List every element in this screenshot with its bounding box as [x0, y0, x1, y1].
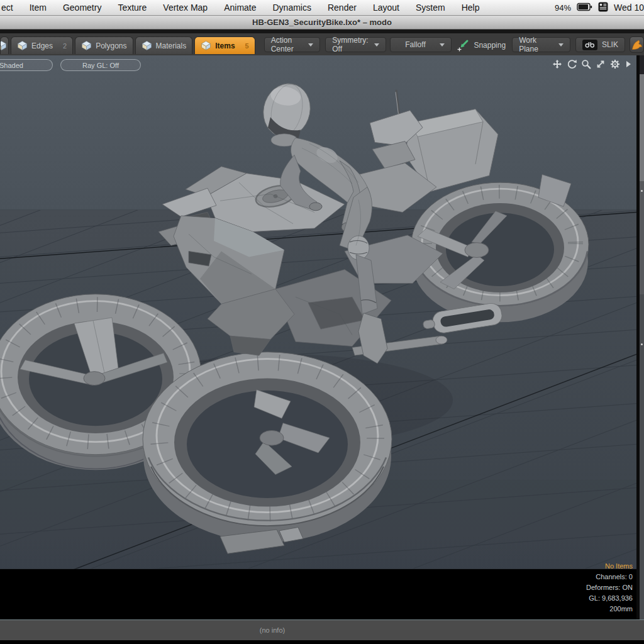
ray-gl-label: Ray GL: Off — [82, 62, 119, 69]
dropdown-arrow-icon — [558, 43, 564, 49]
zoom-icon[interactable] — [581, 59, 591, 69]
tab-cube-icon — [17, 40, 28, 51]
modo-toolbar: Edges 2 Polygons Materials Items 5 Actio… — [0, 33, 644, 55]
tab-polygons[interactable]: Polygons — [75, 36, 133, 54]
tab-badge: 5 — [245, 42, 249, 50]
hud-gl-memory: GL: 9,683,936 — [586, 593, 633, 604]
shading-mode-button[interactable]: Shaded — [0, 59, 53, 71]
fit-icon[interactable] — [596, 59, 606, 69]
shading-mode-label: Shaded — [0, 62, 23, 69]
tab-clipped[interactable] — [0, 36, 9, 54]
slik-logo-icon — [582, 40, 597, 50]
tab-cube-icon — [0, 40, 7, 51]
work-plane-label: Work Plane — [519, 36, 553, 53]
dropdown-arrow-icon — [308, 43, 313, 49]
window-title: HB-GEN3_SecurityBike.lxo* – modo — [252, 18, 392, 27]
snapping-icon — [457, 38, 470, 52]
menu-item-item[interactable]: Item — [21, 3, 55, 13]
snapping-toggle[interactable]: Snapping — [457, 38, 506, 52]
menu-item-select[interactable]: ect — [0, 3, 21, 13]
viewport-menu-icon[interactable] — [625, 59, 632, 69]
menu-item-system[interactable]: System — [408, 3, 453, 13]
modo-window: ect Item Geometry Texture Vertex Map Ani… — [0, 0, 644, 644]
ray-gl-button[interactable]: Ray GL: Off — [60, 59, 141, 71]
menu-item-animate[interactable]: Animate — [216, 3, 264, 13]
tab-label: Edges — [31, 42, 53, 50]
status-bar: (no info) — [0, 619, 644, 640]
tab-label: Polygons — [96, 42, 126, 50]
slik-label: SLIK — [602, 40, 618, 49]
action-center-label: Action Center — [271, 36, 303, 53]
hud-grid-size: 200mm — [586, 604, 633, 614]
symmetry-label: Symmetry: Off — [332, 36, 368, 53]
tab-label: Items — [215, 42, 235, 50]
menu-item-vertex-map[interactable]: Vertex Map — [155, 3, 216, 13]
viewport-canvas[interactable] — [0, 55, 644, 619]
falloff-button[interactable]: Falloff — [390, 37, 452, 52]
battery-icon[interactable] — [577, 3, 592, 13]
settings-icon[interactable] — [610, 59, 620, 69]
tab-materials[interactable]: Materials — [135, 36, 193, 54]
horse-icon — [631, 39, 643, 51]
adjacent-panel-sliver — [640, 55, 644, 619]
viewport-3d[interactable]: Shaded Ray GL: Off No Items Channels: 0 … — [0, 55, 644, 619]
menu-item-texture[interactable]: Texture — [109, 3, 155, 13]
bottom-edge — [0, 640, 644, 644]
menu-item-help[interactable]: Help — [453, 3, 488, 13]
snapping-label: Snapping — [474, 41, 506, 50]
tab-label: Materials — [156, 42, 187, 50]
tab-edges[interactable]: Edges 2 — [11, 36, 73, 54]
tab-items[interactable]: Items 5 — [194, 36, 255, 54]
menu-item-layout[interactable]: Layout — [365, 3, 408, 13]
front-center-rotor — [143, 352, 392, 542]
dropdown-arrow-icon — [374, 43, 379, 49]
input-menu-icon[interactable] — [598, 2, 608, 14]
tab-cube-icon — [81, 40, 92, 51]
hud-selection: No Items — [586, 561, 633, 572]
menu-clock[interactable]: Wed 10 — [614, 3, 644, 13]
status-message: (no info) — [260, 626, 285, 634]
falloff-label: Falloff — [405, 40, 425, 49]
item-mode-button[interactable] — [630, 36, 644, 53]
viewport-nav-controls — [552, 59, 632, 69]
menu-item-render[interactable]: Render — [319, 3, 365, 13]
orbit-icon[interactable] — [567, 59, 577, 69]
mode-tab-strip: Edges 2 Polygons Materials Items 5 — [0, 33, 255, 55]
window-title-bar[interactable]: HB-GEN3_SecurityBike.lxo* – modo — [0, 16, 644, 30]
tab-badge: 2 — [63, 42, 67, 50]
hud-deformers: Deformers: ON — [586, 582, 633, 593]
battery-percent: 94% — [555, 3, 571, 13]
tab-cube-icon — [201, 40, 211, 51]
work-plane-button[interactable]: Work Plane — [512, 37, 570, 52]
viewport-hud: No Items Channels: 0 Deformers: ON GL: 9… — [586, 561, 633, 614]
menu-item-dynamics[interactable]: Dynamics — [265, 3, 319, 13]
macos-menu-bar: ect Item Geometry Texture Vertex Map Ani… — [0, 0, 644, 16]
action-center-button[interactable]: Action Center — [264, 37, 321, 52]
pan-icon[interactable] — [552, 59, 562, 69]
dropdown-arrow-icon — [440, 43, 445, 49]
slik-button[interactable]: SLIK — [575, 37, 625, 52]
tab-cube-icon — [142, 40, 152, 51]
symmetry-button[interactable]: Symmetry: Off — [325, 37, 386, 52]
hud-channels: Channels: 0 — [586, 572, 633, 582]
menu-item-geometry[interactable]: Geometry — [55, 3, 109, 13]
